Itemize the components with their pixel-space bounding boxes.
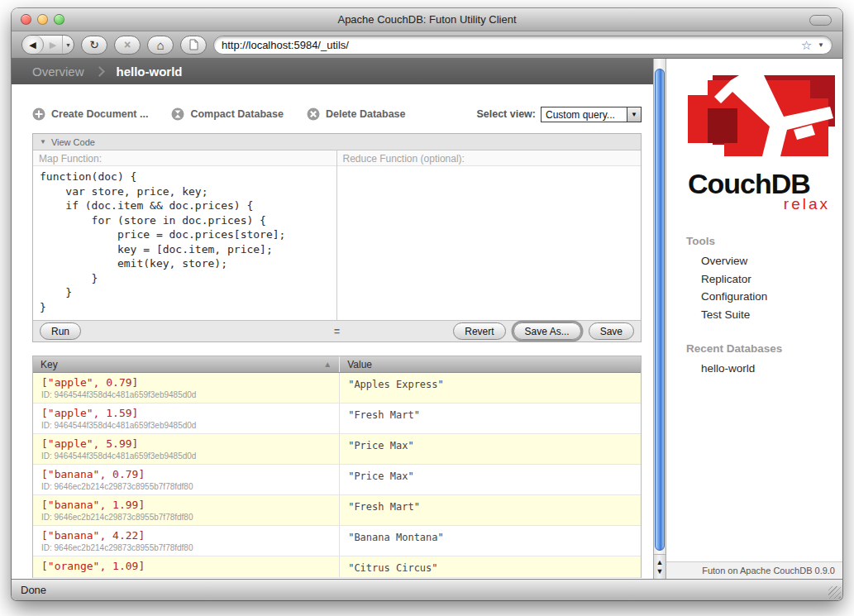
table-row[interactable]: ["banana", 1.99] ID: 9646ec2b214c29873c8…	[33, 495, 641, 526]
revert-button[interactable]: Revert	[453, 322, 505, 340]
back-icon: ◀	[29, 40, 36, 50]
delete-database-label: Delete Database	[326, 108, 406, 120]
value-header-label: Value	[347, 359, 372, 370]
row-key-cell: ["banana", 0.79] ID: 9646ec2b214c29873c8…	[33, 465, 340, 494]
sidebar-tool-link[interactable]: Overview	[701, 255, 842, 267]
stop-button[interactable]: ×	[114, 36, 141, 55]
key-column-header[interactable]: Key ▲	[33, 356, 340, 372]
row-key-cell: ["apple", 5.99] ID: 9464544f358d4c481a65…	[33, 434, 340, 464]
create-document-button[interactable]: Create Document ...	[32, 107, 148, 121]
history-dropdown-button[interactable]: ▼	[62, 36, 74, 54]
results-rows: ["apple", 0.79] ID: 9464544f358d4c481a65…	[33, 373, 641, 578]
sidebar-tool-link[interactable]: Configuration	[701, 290, 842, 303]
title-bar[interactable]: Apache CouchDB: Futon Utility Client	[12, 8, 842, 31]
row-doc-id: ID: 9464544f358d4c481a659f3eb9485d0d	[41, 421, 331, 430]
function-editors: Map Function: function(doc) { var store,…	[33, 150, 641, 320]
view-code-title: View Code	[51, 137, 95, 147]
row-key[interactable]: ["apple", 5.99]	[41, 437, 331, 450]
table-row[interactable]: ["banana", 4.22] ID: 9646ec2b214c29873c8…	[33, 526, 641, 556]
couchdb-logo: CouchDB relax	[688, 75, 831, 213]
row-key[interactable]: ["apple", 0.79]	[41, 376, 331, 389]
page-icon-button[interactable]	[180, 36, 207, 55]
splitter-handle[interactable]: =	[334, 326, 340, 337]
table-row[interactable]: ["apple", 5.99] ID: 9464544f358d4c481a65…	[33, 434, 641, 465]
table-row[interactable]: ["apple", 1.59] ID: 9464544f358d4c481a65…	[33, 404, 641, 434]
compact-database-button[interactable]: Compact Database	[171, 107, 284, 121]
url-text[interactable]: http://localhost:5984/_utils/	[222, 39, 795, 51]
scroll-up-icon[interactable]: ▲	[656, 558, 664, 566]
forward-icon: ▶	[50, 40, 56, 50]
forward-button[interactable]: ▶	[44, 36, 62, 54]
url-dropdown-icon[interactable]: ▼	[818, 41, 824, 49]
table-row[interactable]: ["apple", 0.79] ID: 9464544f358d4c481a65…	[33, 373, 641, 404]
value-column-header[interactable]: Value	[340, 356, 641, 372]
row-key-cell: ["banana", 4.22] ID: 9646ec2b214c29873c8…	[33, 526, 340, 556]
view-code-footer: Run = Revert Save As... Save	[33, 320, 641, 341]
chevron-down-icon: ▼	[65, 42, 71, 48]
select-view-group: Select view: Custom query... ▼	[476, 107, 642, 122]
row-key-cell: ["apple", 1.59] ID: 9464544f358d4c481a65…	[33, 404, 340, 433]
tools-list: OverviewReplicatorConfigurationTest Suit…	[686, 255, 842, 321]
create-document-label: Create Document ...	[51, 108, 148, 120]
row-key[interactable]: ["banana", 1.99]	[41, 499, 331, 511]
breadcrumb-overview-link[interactable]: Overview	[32, 64, 84, 79]
breadcrumb-current-db: hello-world	[117, 64, 183, 79]
select-view-value: Custom query...	[542, 107, 627, 122]
row-key[interactable]: ["banana", 4.22]	[41, 529, 331, 542]
window-title: Apache CouchDB: Futon Utility Client	[12, 13, 842, 26]
back-button[interactable]: ◀	[22, 36, 44, 54]
select-view-dropdown[interactable]: Custom query... ▼	[541, 107, 642, 122]
recent-databases-list: hello-world	[686, 362, 842, 375]
breadcrumb: Overview hello-world	[12, 59, 653, 84]
row-key[interactable]: ["orange", 1.09]	[41, 560, 331, 572]
reduce-function-editor[interactable]	[337, 166, 642, 320]
reload-button[interactable]: ↻	[81, 36, 107, 55]
sort-ascending-icon[interactable]: ▲	[323, 360, 332, 369]
table-row[interactable]: ["orange", 1.09] "Citrus Circus"	[33, 556, 641, 578]
row-doc-id: ID: 9646ec2b214c29873c8955b7f78fdf80	[41, 543, 331, 552]
run-button[interactable]: Run	[40, 322, 81, 340]
row-value: "Apples Express"	[340, 373, 641, 403]
save-button[interactable]: Save	[589, 322, 634, 340]
browser-window: Apache CouchDB: Futon Utility Client ◀ ▶…	[12, 8, 842, 600]
row-key[interactable]: ["apple", 1.59]	[41, 407, 331, 419]
status-text: Done	[21, 584, 46, 596]
map-function-pane: Map Function: function(doc) { var store,…	[33, 150, 337, 320]
results-header: Key ▲ Value	[33, 356, 641, 373]
vertical-scrollbar[interactable]: ▲ ▼	[653, 59, 666, 579]
scroll-down-icon[interactable]: ▼	[656, 567, 664, 575]
save-as-button[interactable]: Save As...	[513, 322, 581, 340]
breadcrumb-chevron-icon	[94, 66, 105, 77]
couch-graphic-icon	[688, 75, 835, 163]
resize-grip[interactable]	[828, 586, 841, 599]
scrollbar-thumb[interactable]	[655, 69, 665, 551]
delete-database-button[interactable]: Delete Database	[307, 107, 406, 121]
home-icon: ⌂	[156, 38, 164, 52]
key-header-label: Key	[41, 359, 58, 370]
sidebar-tool-link[interactable]: Test Suite	[701, 308, 842, 321]
map-function-editor[interactable]: function(doc) { var store, price, key; i…	[33, 166, 336, 320]
sidebar: CouchDB relax Tools OverviewReplicatorCo…	[666, 59, 842, 579]
toolbar-toggle-button[interactable]	[809, 15, 832, 26]
results-table: Key ▲ Value ["apple", 0.79] ID: 9464544f…	[32, 356, 642, 578]
table-row[interactable]: ["banana", 0.79] ID: 9646ec2b214c29873c8…	[33, 465, 641, 495]
row-key-cell: ["apple", 0.79] ID: 9464544f358d4c481a65…	[33, 373, 340, 403]
view-code-header[interactable]: ▼ View Code	[33, 134, 641, 150]
tools-heading: Tools	[686, 235, 842, 247]
map-function-label: Map Function:	[33, 150, 336, 166]
compact-database-label: Compact Database	[190, 108, 284, 120]
dropdown-arrow-icon[interactable]: ▼	[627, 107, 641, 122]
home-button[interactable]: ⌂	[147, 36, 174, 55]
recent-databases-heading: Recent Databases	[686, 342, 842, 355]
bookmark-star-icon[interactable]: ☆	[801, 39, 812, 51]
sidebar-database-link[interactable]: hello-world	[701, 362, 842, 375]
sidebar-tool-link[interactable]: Replicator	[701, 273, 842, 285]
browser-toolbar: ◀ ▶ ▼ ↻ × ⌂ http://localhost:5984/_utils…	[12, 31, 842, 59]
reduce-function-pane: Reduce Function (optional):	[337, 150, 642, 320]
row-key[interactable]: ["banana", 0.79]	[41, 468, 331, 480]
address-bar[interactable]: http://localhost:5984/_utils/ ☆ ▼	[213, 36, 833, 55]
row-value: "Price Max"	[340, 465, 641, 494]
page-content: Overview hello-world Create Document ...…	[12, 59, 842, 579]
row-doc-id: ID: 9646ec2b214c29873c8955b7f78fdf80	[41, 482, 331, 491]
row-value: "Citrus Circus"	[340, 556, 641, 577]
